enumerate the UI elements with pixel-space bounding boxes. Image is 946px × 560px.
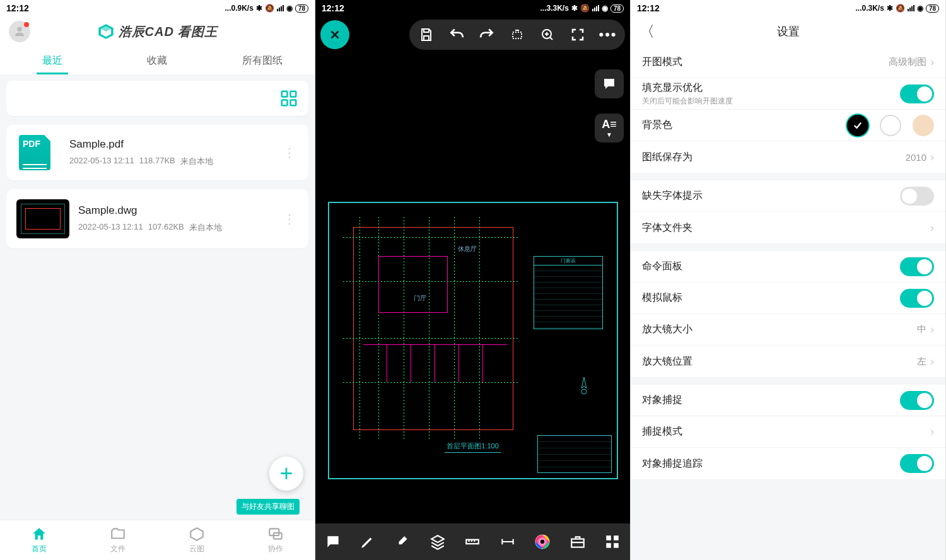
chevron-right-icon: › xyxy=(930,55,934,69)
text-style-button[interactable]: A≡▼ xyxy=(595,114,624,143)
nav-files[interactable]: 文件 xyxy=(79,520,158,560)
row-fill-optimize[interactable]: 填充显示优化 关闭后可能会影响开图速度 xyxy=(631,78,945,110)
signal-icon xyxy=(277,5,284,11)
status-net: ...0.9K/s xyxy=(225,4,254,13)
row-object-snap[interactable]: 对象捕捉 xyxy=(631,385,945,416)
apps-icon[interactable] xyxy=(603,532,622,551)
save-icon[interactable] xyxy=(417,25,436,44)
color-beige[interactable] xyxy=(913,115,934,136)
row-magnifier-pos[interactable]: 放大镜位置 左 › xyxy=(631,346,945,377)
chevron-right-icon: › xyxy=(930,425,934,438)
nav-collab[interactable]: 协作 xyxy=(236,520,315,560)
room-label: 门厅 xyxy=(414,294,426,303)
row-magnifier-size[interactable]: 放大镜大小 中 › xyxy=(631,314,945,346)
dimension-icon[interactable] xyxy=(498,532,517,551)
redo-icon[interactable] xyxy=(477,25,496,44)
dwg-thumb-icon xyxy=(16,199,69,238)
comment-button[interactable] xyxy=(595,69,624,98)
row-font-folder[interactable]: 字体文件夹 › xyxy=(631,212,945,243)
svg-rect-6 xyxy=(282,100,288,106)
color-black[interactable] xyxy=(847,115,868,136)
zoom-extent-icon[interactable] xyxy=(538,25,557,44)
toggle-cmd-panel[interactable] xyxy=(900,257,934,276)
status-time: 12:12 xyxy=(637,3,660,13)
tab-recent[interactable]: 最近 xyxy=(0,47,105,74)
row-cmd-panel[interactable]: 命令面板 xyxy=(631,251,945,283)
battery-icon: 78 xyxy=(926,4,939,13)
file-more-icon[interactable]: ⋮ xyxy=(281,218,298,221)
undo-icon[interactable] xyxy=(447,25,466,44)
toggle-sim-mouse[interactable] xyxy=(900,289,934,308)
share-tip: 与好友共享聊图 xyxy=(237,499,300,515)
toggle-snap-track[interactable] xyxy=(900,454,934,473)
annotate-icon[interactable] xyxy=(324,532,342,551)
nav-home[interactable]: 首页 xyxy=(0,520,79,560)
layers-icon[interactable] xyxy=(428,532,447,551)
nav-cloud[interactable]: 云图 xyxy=(158,520,237,560)
toggle-fill-optimize[interactable] xyxy=(900,85,934,103)
row-missing-font[interactable]: 缺失字体提示 xyxy=(631,180,945,212)
title-block xyxy=(537,435,612,473)
tab-all-drawings[interactable]: 所有图纸 xyxy=(210,47,315,74)
row-bg-color[interactable]: 背景色 xyxy=(631,110,945,141)
color-white[interactable] xyxy=(880,115,901,136)
fullscreen-icon[interactable] xyxy=(568,25,587,44)
file-more-icon[interactable]: ⋮ xyxy=(281,151,298,155)
svg-rect-20 xyxy=(614,535,619,540)
select-icon[interactable] xyxy=(508,25,527,44)
back-button[interactable]: 〈 xyxy=(639,21,655,42)
measure-icon[interactable] xyxy=(463,532,482,551)
chevron-right-icon: › xyxy=(930,151,934,164)
screen-file-list: 12:12 ...0.9K/s ✱ 🔕 ◉ 78 浩辰CAD 看图王 最近 收藏… xyxy=(0,0,315,560)
grid-view-icon[interactable] xyxy=(279,89,298,108)
settings-body[interactable]: 开图模式 高级制图 › 填充显示优化 关闭后可能会影响开图速度 背景色 xyxy=(631,47,945,560)
bottom-nav: 首页 文件 云图 协作 xyxy=(0,520,315,560)
app-logo: 浩辰CAD 看图王 xyxy=(97,23,218,40)
file-list-body: PDF Sample.pdf 2022-05-13 12:11118.77KB来… xyxy=(0,74,315,520)
mute-icon: 🔕 xyxy=(265,4,274,13)
status-net: ...0.3K/s xyxy=(856,4,884,13)
avatar-button[interactable] xyxy=(9,21,30,42)
svg-rect-11 xyxy=(513,32,522,38)
edit-icon[interactable] xyxy=(394,532,412,551)
file-row[interactable]: Sample.dwg 2022-05-13 12:11107.62KB来自本地 … xyxy=(6,189,308,248)
close-button[interactable] xyxy=(320,20,349,49)
status-bar: 12:12 ...0.9K/s ✱ 🔕 ◉ 78 xyxy=(0,0,315,16)
row-sim-mouse[interactable]: 模拟鼠标 xyxy=(631,283,945,314)
row-save-as[interactable]: 图纸保存为 2010 › xyxy=(631,141,945,173)
row-snap-track[interactable]: 对象捕捉追踪 xyxy=(631,448,945,479)
toolbox-icon[interactable] xyxy=(568,532,587,551)
status-time: 12:12 xyxy=(322,3,344,13)
toggle-object-snap[interactable] xyxy=(900,391,934,410)
row-snap-mode[interactable]: 捕捉模式 › xyxy=(631,416,945,448)
app-title: 浩辰CAD 看图王 xyxy=(119,23,218,40)
cad-canvas[interactable]: 休息厅 门厅 门窗表 首层平面图1:100 xyxy=(315,159,630,522)
drawing-caption: 首层平面图1:100 xyxy=(444,441,501,453)
svg-rect-5 xyxy=(291,91,296,97)
svg-marker-8 xyxy=(190,528,203,540)
file-row[interactable]: PDF Sample.pdf 2022-05-13 12:11118.77KB来… xyxy=(6,125,308,180)
signal-icon xyxy=(592,5,599,11)
drawing-frame: 休息厅 门厅 门窗表 首层平面图1:100 xyxy=(328,202,618,479)
status-net: ...3.3K/s xyxy=(540,4,569,13)
chevron-right-icon: › xyxy=(930,221,934,235)
room-label: 休息厅 xyxy=(458,245,477,254)
color-wheel-icon[interactable] xyxy=(533,532,552,551)
pencil-icon[interactable] xyxy=(358,532,377,551)
wifi-icon: ◉ xyxy=(917,4,923,13)
more-icon[interactable]: ••• xyxy=(599,25,617,44)
svg-rect-7 xyxy=(291,100,296,106)
toggle-missing-font[interactable] xyxy=(900,187,934,206)
file-meta: 2022-05-13 12:11107.62KB来自本地 xyxy=(78,222,281,233)
add-fab-button[interactable]: + xyxy=(269,457,303,491)
svg-point-0 xyxy=(17,27,21,32)
file-name: Sample.pdf xyxy=(69,138,281,151)
status-bar: 12:12 ...3.3K/s ✱ 🔕 ◉ 78 xyxy=(315,0,630,16)
tab-favorites[interactable]: 收藏 xyxy=(105,47,209,74)
file-name: Sample.dwg xyxy=(78,204,281,217)
status-time: 12:12 xyxy=(6,3,29,13)
search-row[interactable] xyxy=(6,81,308,116)
svg-rect-18 xyxy=(571,539,584,547)
page-title: 设置 xyxy=(777,24,800,39)
row-open-mode[interactable]: 开图模式 高级制图 › xyxy=(631,47,945,78)
